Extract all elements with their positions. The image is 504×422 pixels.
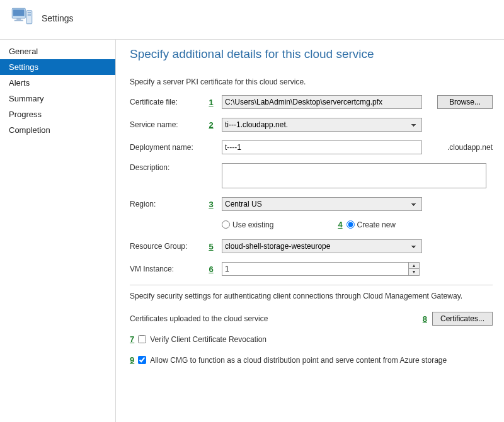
- spinner-up-icon[interactable]: ▲: [409, 263, 419, 269]
- verify-revocation-label: Verify Client Certificate Revocation: [150, 335, 266, 344]
- sidebar-item-alerts[interactable]: Alerts: [0, 75, 115, 91]
- verify-revocation-checkbox[interactable]: [138, 335, 146, 343]
- sidebar-item-progress[interactable]: Progress: [0, 106, 115, 122]
- annotation-4: 4: [338, 220, 342, 229]
- certificate-file-input[interactable]: [222, 95, 422, 109]
- page-title: Specify additional details for this clou…: [130, 47, 493, 61]
- annotation-5: 5: [205, 242, 217, 251]
- sidebar-item-completion[interactable]: Completion: [0, 122, 115, 138]
- allow-cmg-checkbox[interactable]: [138, 356, 146, 364]
- sidebar-item-general[interactable]: General: [0, 43, 115, 59]
- pki-instruction: Specify a server PKI certificate for thi…: [130, 77, 493, 86]
- vm-instance-spinner[interactable]: ▲ ▼: [222, 262, 420, 276]
- service-name-label: Service name:: [130, 120, 205, 129]
- browse-button[interactable]: Browse...: [437, 95, 493, 109]
- svg-rect-5: [28, 12, 31, 13]
- annotation-6: 6: [205, 265, 217, 274]
- deployment-suffix: .cloudapp.net: [447, 143, 493, 152]
- allow-cmg-label: Allow CMG to function as a cloud distrib…: [150, 356, 447, 365]
- vm-instance-input[interactable]: [222, 262, 408, 276]
- deployment-name-input[interactable]: [222, 140, 422, 154]
- vm-instance-label: VM Instance:: [130, 265, 205, 273]
- spinner-down-icon[interactable]: ▼: [409, 269, 419, 275]
- description-input[interactable]: [222, 163, 486, 188]
- resource-group-select[interactable]: cloud-shell-storage-westeurope: [222, 239, 422, 253]
- certs-uploaded-label: Certificates uploaded to the cloud servi…: [130, 314, 268, 323]
- annotation-1: 1: [205, 98, 217, 107]
- region-label: Region:: [130, 200, 205, 208]
- sidebar-item-settings[interactable]: Settings: [0, 59, 115, 75]
- annotation-8: 8: [423, 314, 427, 324]
- annotation-3: 3: [205, 200, 217, 209]
- svg-rect-6: [28, 14, 31, 16]
- wizard-header: Settings: [0, 0, 504, 39]
- use-existing-radio[interactable]: Use existing: [222, 220, 273, 229]
- settings-computer-icon: [9, 5, 35, 31]
- resource-group-label: Resource Group:: [130, 242, 205, 251]
- svg-rect-1: [13, 9, 25, 16]
- certificate-file-label: Certificate file:: [130, 98, 205, 106]
- wizard-main: Specify additional details for this clou…: [116, 40, 504, 422]
- svg-rect-3: [14, 20, 23, 21]
- region-select[interactable]: Central US: [222, 197, 422, 211]
- annotation-2: 2: [205, 120, 217, 130]
- svg-rect-2: [16, 18, 21, 20]
- deployment-name-label: Deployment name:: [130, 143, 205, 152]
- sidebar-item-summary[interactable]: Summary: [0, 91, 115, 106]
- wizard-title: Settings: [42, 13, 74, 23]
- certificates-button[interactable]: Certificates...: [432, 312, 493, 326]
- section-divider: [130, 285, 493, 285]
- annotation-7: 7: [130, 334, 134, 344]
- create-new-radio[interactable]: Create new: [346, 220, 396, 229]
- description-label: Description:: [130, 163, 205, 172]
- annotation-9: 9: [130, 355, 134, 365]
- security-instruction: Specify security settings for authentica…: [130, 292, 493, 300]
- wizard-sidebar: General Settings Alerts Summary Progress…: [0, 40, 116, 422]
- service-name-select[interactable]: ti---1.cloudapp.net.: [222, 118, 422, 132]
